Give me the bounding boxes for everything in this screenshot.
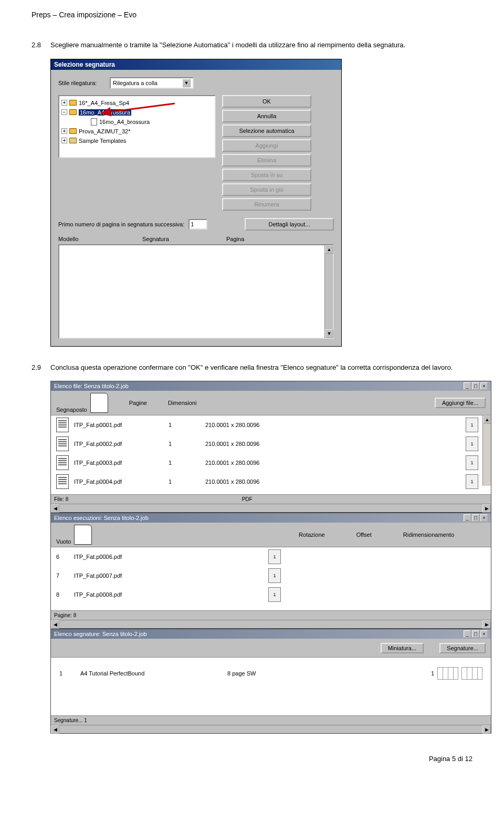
scroll-left-icon[interactable]: ◀ (51, 725, 59, 734)
add-button[interactable]: Aggiungi (222, 139, 311, 152)
ok-button[interactable]: OK (222, 95, 311, 108)
document-icon[interactable] (90, 393, 108, 413)
col-rotation: Rotazione (299, 532, 325, 538)
signature-list[interactable]: ▲ ▼ (58, 244, 334, 339)
sig-num: 1 (59, 670, 70, 677)
next-num-input[interactable] (188, 219, 207, 230)
add-files-button[interactable]: Aggiungi file... (435, 398, 486, 408)
minimize-icon[interactable]: _ (464, 630, 471, 638)
signatures-button[interactable]: Segnature... (439, 643, 486, 653)
close-icon[interactable]: × (480, 514, 488, 522)
close-icon[interactable]: × (480, 630, 488, 638)
col-dimensions: Dimensioni (168, 400, 196, 406)
maximize-icon[interactable]: □ (472, 514, 479, 522)
col-page: Pagina (226, 236, 244, 242)
step-2-8: 2.8 Scegliere manualmente o tramite la "… (32, 40, 472, 50)
dialog-titlebar: Selezione segnatura (51, 59, 341, 70)
window-titlebar: Elenco segnature: Senza titolo-2.job _ □… (51, 629, 491, 639)
maximize-icon[interactable]: □ (472, 630, 479, 638)
run-num: 7 (56, 573, 69, 579)
tree-label: Sample Templates (79, 138, 126, 144)
folder-icon (69, 109, 77, 115)
collapse-icon[interactable]: − (61, 109, 67, 115)
run-row[interactable]: 8ITP_Fat.p0008.pdf1 (51, 585, 491, 604)
file-name: ITP_Fat.p0001.pdf (74, 422, 163, 428)
expand-icon[interactable]: + (61, 100, 67, 106)
run-name: ITP_Fat.p0007.pdf (74, 573, 232, 579)
renumber-button[interactable]: Rinumera (222, 198, 311, 211)
col-offset: Offset (356, 532, 372, 538)
placeholder-label: Segnaposto (56, 407, 87, 413)
file-row[interactable]: ITP_Fat.p0004.pdf1210.0001 x 280.00961 (51, 472, 491, 491)
chevron-down-icon[interactable]: ▼ (182, 79, 191, 87)
run-row[interactable]: 7ITP_Fat.p0007.pdf1 (51, 566, 491, 585)
tree-item[interactable]: 16mo_A4_brossura (91, 117, 213, 127)
maximize-icon[interactable]: □ (472, 382, 479, 390)
col-scale: Ridimensionamento (403, 532, 454, 538)
expand-icon[interactable]: + (61, 128, 67, 134)
tree-item[interactable]: + Prova_AZIMUT_32* (61, 127, 213, 136)
signature-row[interactable]: 1 A4 Tutorial PerfectBound 8 page SW 1 (51, 658, 491, 689)
move-down-button[interactable]: Sposta in giù (222, 183, 311, 196)
window-title: Elenco file: Senza titolo-2.job (54, 383, 129, 389)
move-up-button[interactable]: Sposta in su (222, 169, 311, 181)
auto-select-button[interactable]: Selezione automatica (222, 124, 311, 137)
file-pages: 1 (169, 460, 200, 466)
sig-name: A4 Tutorial PerfectBound (80, 670, 217, 677)
minimize-icon[interactable]: _ (464, 514, 471, 522)
file-row[interactable]: ITP_Fat.p0001.pdf1210.0001 x 280.00961 (51, 415, 491, 434)
file-name: ITP_Fat.p0003.pdf (74, 460, 163, 466)
next-num-label: Primo numero di pagina in segnatura succ… (58, 221, 184, 227)
delete-button[interactable]: Elimina (222, 154, 311, 167)
window-title: Elenco segnature: Senza titolo-2.job (54, 631, 147, 637)
page-footer: Pagina 5 di 12 (32, 755, 472, 763)
file-dim: 210.0001 x 280.0096 (205, 441, 300, 447)
thumbnail-button[interactable]: Miniatura... (381, 643, 424, 653)
file-dim: 210.0001 x 280.0096 (205, 460, 300, 466)
file-pages: 1 (169, 422, 200, 428)
scroll-right-icon[interactable]: ▶ (482, 725, 491, 734)
file-list-window: Elenco file: Senza titolo-2.job _ □ × Se… (50, 381, 491, 513)
cancel-button[interactable]: Annulla (222, 110, 311, 122)
step-text: Scegliere manualmente o tramite la "Sele… (50, 40, 472, 50)
scrollbar[interactable]: ▲ (482, 415, 491, 486)
template-tree[interactable]: + 16*_A4_Fresa_Sp4 − 16mo_A4_brossura 16… (58, 95, 216, 158)
file-dim: 210.0001 x 280.0096 (205, 478, 300, 485)
scroll-right-icon[interactable]: ▶ (482, 620, 491, 629)
run-name: ITP_Fat.p0006.pdf (74, 554, 232, 560)
scrollbar-h[interactable]: ◀ ▶ (51, 725, 491, 733)
signature-grid-icon (461, 667, 482, 680)
file-name: ITP_Fat.p0004.pdf (74, 478, 163, 485)
folder-open-icon (69, 138, 77, 143)
layout-details-button[interactable]: Dettagli layout... (245, 218, 334, 231)
file-icon (56, 474, 69, 489)
file-row[interactable]: ITP_Fat.p0002.pdf1210.0001 x 280.00961 (51, 434, 491, 453)
selezione-segnatura-dialog: Selezione segnatura Stile rilegatura: Ri… (50, 59, 342, 347)
empty-label: Vuoto (56, 538, 71, 545)
file-row[interactable]: ITP_Fat.p0003.pdf1210.0001 x 280.00961 (51, 453, 491, 472)
tree-label: 16mo_A4_brossura (99, 119, 150, 125)
status-left: Pagine: 8 (54, 612, 76, 618)
scrollbar-h[interactable]: ◀ ▶ (51, 620, 491, 628)
binding-dropdown[interactable]: Rilegatura a colla ▼ (110, 77, 194, 89)
scroll-down-icon[interactable]: ▼ (325, 329, 333, 338)
scroll-left-icon[interactable]: ◀ (51, 620, 59, 629)
minimize-icon[interactable]: _ (464, 382, 471, 390)
scrollbar-h[interactable]: ◀ ▶ (51, 504, 491, 512)
folder-icon (69, 128, 77, 134)
tree-item[interactable]: + Sample Templates (61, 136, 213, 145)
step-2-9: 2.9 Conclusa questa operazione confermar… (32, 362, 472, 373)
tree-label: Prova_AZIMUT_32* (79, 128, 130, 134)
scroll-up-icon[interactable]: ▲ (483, 415, 491, 424)
scroll-left-icon[interactable]: ◀ (51, 504, 59, 513)
scrollbar[interactable]: ▲ ▼ (324, 245, 333, 338)
scroll-right-icon[interactable]: ▶ (482, 504, 491, 513)
close-icon[interactable]: × (480, 382, 488, 390)
run-row[interactable]: 6ITP_Fat.p0006.pdf1 (51, 547, 491, 566)
scroll-up-icon[interactable]: ▲ (325, 245, 333, 254)
file-pages: 1 (169, 478, 200, 485)
page-thumb-icon: 1 (466, 418, 478, 432)
expand-icon[interactable]: + (61, 138, 67, 143)
file-icon (56, 455, 69, 470)
document-icon[interactable] (74, 525, 92, 545)
